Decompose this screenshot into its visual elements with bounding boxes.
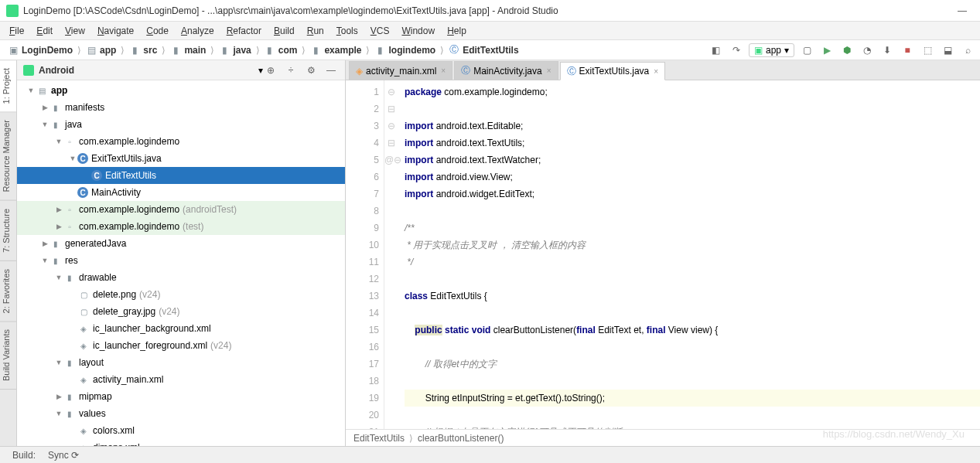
hide-icon[interactable]: — bbox=[323, 63, 339, 78]
tree-item-delete-gray-jpg[interactable]: ▢delete_gray.jpg(v24) bbox=[17, 303, 345, 320]
tree-arrow-icon[interactable]: ▶ bbox=[54, 393, 63, 400]
tree-item-activity-main-xml[interactable]: ◈activity_main.xml bbox=[17, 371, 345, 388]
side-tab-build-variants[interactable]: Build Variants bbox=[0, 322, 16, 390]
tree-arrow-icon[interactable]: ▼ bbox=[54, 138, 63, 145]
tree-arrow-icon[interactable]: ▼ bbox=[68, 155, 77, 162]
editor-body[interactable]: 123456789101112131415161718192021 ⊖⊟⊖⊟@⊖… bbox=[346, 80, 980, 429]
code-line-17[interactable]: // 取得et中的文字 bbox=[405, 356, 980, 373]
tree-arrow-icon[interactable]: ▼ bbox=[54, 410, 63, 417]
tree-arrow-icon[interactable]: ▼ bbox=[40, 257, 50, 264]
crumb-clearbuttonlistener()[interactable]: clearButtonListener() bbox=[418, 433, 504, 444]
tree-item-delete-png[interactable]: ▢delete.png(v24) bbox=[17, 286, 345, 303]
debug-button[interactable]: ⬢ bbox=[839, 43, 855, 58]
menu-tools[interactable]: Tools bbox=[330, 24, 364, 38]
tree-item-ic-launcher-background-xml[interactable]: ◈ic_launcher_background.xml bbox=[17, 320, 345, 337]
side-tab----favorites[interactable]: 2: Favorites bbox=[0, 261, 16, 322]
code-line-9[interactable]: /** bbox=[405, 220, 980, 237]
tree-item-manifests[interactable]: ▶▮manifests bbox=[17, 99, 345, 116]
menu-file[interactable]: File bbox=[3, 24, 30, 38]
tree-arrow-icon[interactable]: ▼ bbox=[54, 274, 63, 281]
code-line-21[interactable]: // 根据et中是否有文字进行1可见或不可见的判断 bbox=[405, 424, 980, 429]
run-config-selector[interactable]: ▣ app ▾ bbox=[749, 43, 794, 57]
code-line-4[interactable]: import android.text.TextUtils; bbox=[405, 134, 980, 151]
breadcrumb-example[interactable]: ▮example bbox=[307, 45, 364, 56]
tree-item-edittextutils[interactable]: CEditTextUtils bbox=[17, 167, 345, 184]
stop-button[interactable]: ■ bbox=[900, 43, 915, 58]
editor-tab-activity-main-xml[interactable]: ◈activity_main.xml× bbox=[349, 61, 452, 80]
breadcrumb-edittextutils[interactable]: ⒸEditTextUtils bbox=[446, 45, 521, 56]
code-line-18[interactable] bbox=[405, 373, 980, 390]
collapse-icon[interactable]: ÷ bbox=[283, 63, 299, 78]
menu-refactor[interactable]: Refactor bbox=[220, 24, 268, 38]
editor-breadcrumb[interactable]: EditTextUtils⟩clearButtonListener() bbox=[346, 429, 980, 446]
menu-analyze[interactable]: Analyze bbox=[175, 24, 220, 38]
code-line-13[interactable]: class EditTextUtils { bbox=[405, 288, 980, 305]
code-line-7[interactable]: import android.widget.EditText; bbox=[405, 186, 980, 203]
code-line-2[interactable] bbox=[405, 100, 980, 117]
menu-build[interactable]: Build bbox=[268, 24, 301, 38]
editor-tab-exittextutils-java[interactable]: ⒸExitTextUtils.java× bbox=[560, 62, 666, 80]
breadcrumb-main[interactable]: ▮main bbox=[167, 45, 209, 56]
tree-arrow-icon[interactable]: ▶ bbox=[40, 104, 50, 111]
side-tab-resource-manager[interactable]: Resource Manager bbox=[0, 112, 16, 201]
tree-item-res[interactable]: ▼▮res bbox=[17, 252, 345, 269]
tree-item-app[interactable]: ▼▤app bbox=[17, 82, 345, 99]
tree-arrow-icon[interactable]: ▼ bbox=[40, 121, 50, 128]
close-icon[interactable]: × bbox=[547, 66, 551, 75]
sdk-manager-icon[interactable]: ⬓ bbox=[940, 43, 955, 58]
breadcrumb-logindemo[interactable]: ▮logindemo bbox=[371, 45, 439, 56]
tree-item-layout[interactable]: ▼▮layout bbox=[17, 354, 345, 371]
gear-icon[interactable]: ⚙ bbox=[303, 63, 319, 78]
menu-edit[interactable]: Edit bbox=[30, 24, 59, 38]
side-tab----project[interactable]: 1: Project bbox=[0, 60, 16, 112]
device-selector-icon[interactable]: ▢ bbox=[799, 43, 814, 58]
code-line-10[interactable]: * 用于实现点击叉叉时 ， 清空输入框的内容 bbox=[405, 237, 980, 254]
code-line-3[interactable]: import android.text.Editable; bbox=[405, 117, 980, 134]
run-button[interactable]: ▶ bbox=[819, 43, 835, 58]
tree-item-generatedjava[interactable]: ▶▮generatedJava bbox=[17, 235, 345, 252]
search-icon[interactable]: ⌕ bbox=[960, 43, 975, 58]
tree-item-ic-launcher-foreground-xml[interactable]: ◈ic_launcher_foreground.xml(v24) bbox=[17, 337, 345, 354]
profiler-icon[interactable]: ◔ bbox=[859, 43, 875, 58]
code-line-6[interactable]: import android.view.View; bbox=[405, 169, 980, 186]
menu-vcs[interactable]: VCS bbox=[364, 24, 396, 38]
code-line-8[interactable] bbox=[405, 203, 980, 220]
sync-label[interactable]: Sync ⟳ bbox=[42, 450, 85, 461]
code-line-5[interactable]: import android.text.TextWatcher; bbox=[405, 151, 980, 169]
tree-item-mainactivity[interactable]: CMainActivity bbox=[17, 184, 345, 201]
tree-arrow-icon[interactable]: ▶ bbox=[40, 240, 50, 247]
tree-item-mipmap[interactable]: ▶▮mipmap bbox=[17, 388, 345, 405]
tree-arrow-icon[interactable]: ▶ bbox=[54, 206, 63, 213]
side-tab----structure[interactable]: 7: Structure bbox=[0, 201, 16, 261]
code-line-15[interactable]: public static void clearButtonListener(f… bbox=[405, 322, 980, 339]
build-label[interactable]: Build: bbox=[6, 450, 42, 461]
code-line-20[interactable] bbox=[405, 407, 980, 424]
code-line-14[interactable] bbox=[405, 305, 980, 322]
menu-navigate[interactable]: Navigate bbox=[91, 24, 140, 38]
breadcrumb-logindemo[interactable]: ▣LoginDemo bbox=[5, 45, 76, 56]
tree-item-dimens-xml[interactable]: ◈dimens.xml bbox=[17, 439, 345, 446]
menu-code[interactable]: Code bbox=[140, 24, 175, 38]
crumb-edittextutils[interactable]: EditTextUtils bbox=[353, 433, 405, 444]
breadcrumb-java[interactable]: ▮java bbox=[216, 45, 254, 56]
project-tree[interactable]: ▼▤app▶▮manifests▼▮java▼▫com.example.logi… bbox=[17, 80, 345, 446]
tree-arrow-icon[interactable]: ▶ bbox=[54, 223, 63, 230]
tree-item-java[interactable]: ▼▮java bbox=[17, 116, 345, 133]
menu-window[interactable]: Window bbox=[395, 24, 441, 38]
close-icon[interactable]: × bbox=[654, 67, 658, 76]
tree-item-colors-xml[interactable]: ◈colors.xml bbox=[17, 422, 345, 439]
code-line-19[interactable]: String etInputString = et.getText().toSt… bbox=[405, 390, 980, 407]
target-icon[interactable]: ⊕ bbox=[263, 63, 278, 78]
close-icon[interactable]: × bbox=[441, 66, 446, 75]
tree-item-com-example-logindemo[interactable]: ▼▫com.example.logindemo bbox=[17, 133, 345, 150]
minimize-button[interactable]: — bbox=[951, 3, 974, 19]
tree-item-values[interactable]: ▼▮values bbox=[17, 405, 345, 422]
avd-manager-icon[interactable]: ⬚ bbox=[920, 43, 935, 58]
attach-debugger-icon[interactable]: ⬇ bbox=[879, 43, 895, 58]
code-line-1[interactable]: package com.example.logindemo; bbox=[405, 83, 980, 100]
breadcrumb-src[interactable]: ▮src bbox=[126, 45, 160, 56]
code-line-16[interactable] bbox=[405, 339, 980, 356]
code-line-11[interactable]: */ bbox=[405, 254, 980, 271]
menu-help[interactable]: Help bbox=[441, 24, 473, 38]
tree-item-com-example-logindemo[interactable]: ▶▫com.example.logindemo(test) bbox=[17, 218, 345, 235]
